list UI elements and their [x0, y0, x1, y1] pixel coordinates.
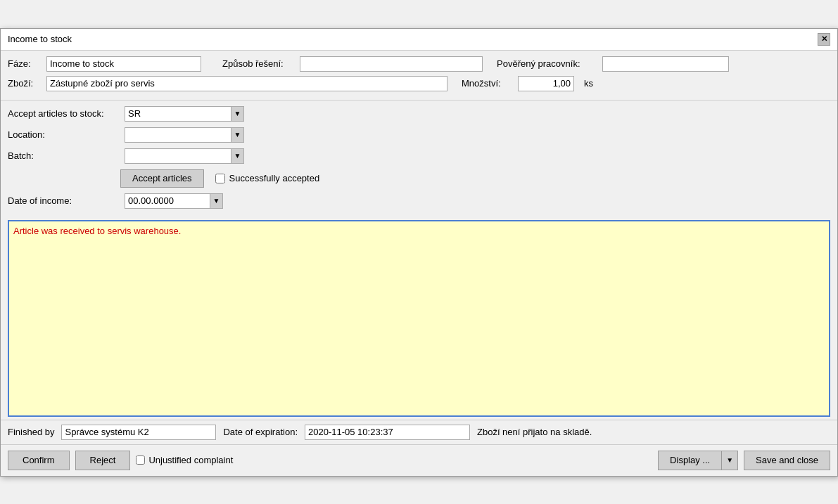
finished-by-label: Finished by: [8, 427, 54, 437]
unjustified-complaint-row: Unjustified complaint: [136, 455, 233, 465]
successfully-accepted-checkbox[interactable]: [215, 174, 225, 183]
ks-label: ks: [584, 78, 593, 89]
faze-label: Fáze:: [8, 58, 39, 69]
close-button[interactable]: ✕: [818, 33, 830, 46]
finished-by-input[interactable]: [61, 425, 216, 440]
successfully-accepted-row: Successfully accepted: [215, 173, 320, 183]
location-select-value: [125, 134, 231, 136]
accept-btn-row: Accept articles Successfully accepted: [8, 169, 830, 188]
text-area-section[interactable]: Article was received to servis warehouse…: [8, 220, 830, 417]
unjustified-complaint-label: Unjustified complaint: [148, 455, 233, 465]
zbozi-row: Zboží: Množství: ks: [8, 76, 830, 91]
title-bar: Income to stock ✕: [1, 29, 837, 51]
accept-dropdown-arrow[interactable]: ▼: [231, 107, 243, 121]
zpusob-label: Způsob řešení:: [222, 58, 293, 69]
date-expiry-input[interactable]: [305, 425, 470, 440]
date-income-label: Date of income:: [8, 195, 120, 206]
footer-right: Display ... ▼ Save and close: [658, 451, 830, 470]
accept-articles-button[interactable]: Accept articles: [120, 169, 204, 188]
povereny-label: Pověřený pracovník:: [497, 58, 595, 69]
zpusob-input[interactable]: [300, 56, 483, 72]
faze-row: Fáze: Způsob řešení: Pověřený pracovník:: [8, 56, 830, 72]
batch-select[interactable]: ▼: [125, 148, 244, 164]
accept-row: Accept articles to stock: SR ▼: [8, 106, 830, 122]
mnozstvi-label: Množství:: [462, 78, 511, 89]
successfully-accepted-label: Successfully accepted: [229, 173, 320, 183]
accept-select[interactable]: SR ▼: [125, 106, 244, 122]
zbozi-input[interactable]: [46, 76, 447, 91]
header-section: Fáze: Způsob řešení: Pověřený pracovník:…: [1, 51, 837, 101]
status-bar: Finished by Date of expiration: Zboží ne…: [1, 420, 837, 444]
save-close-button[interactable]: Save and close: [744, 451, 830, 470]
date-income-value: 00.00.0000: [125, 195, 210, 207]
footer-bar: Confirm Reject Unjustified complaint Dis…: [1, 444, 837, 476]
povereny-input[interactable]: [602, 56, 729, 72]
batch-dropdown-arrow[interactable]: ▼: [231, 149, 243, 163]
close-icon: ✕: [821, 34, 827, 44]
date-income-select[interactable]: 00.00.0000 ▼: [125, 193, 223, 209]
location-row: Location: ▼: [8, 127, 830, 143]
mnozstvi-input[interactable]: [518, 76, 574, 91]
batch-label: Batch:: [8, 150, 120, 161]
faze-input[interactable]: [46, 56, 201, 72]
date-expiry-label: Date of expiration:: [223, 427, 298, 437]
display-button[interactable]: Display ...: [658, 451, 721, 470]
date-dropdown-arrow[interactable]: ▼: [210, 194, 222, 208]
location-select[interactable]: ▼: [125, 127, 244, 143]
confirm-button[interactable]: Confirm: [8, 451, 70, 470]
dialog-title: Income to stock: [8, 34, 72, 44]
reject-button[interactable]: Reject: [75, 451, 131, 470]
unjustified-complaint-checkbox[interactable]: [136, 455, 145, 465]
text-area-content: Article was received to servis warehouse…: [13, 226, 825, 236]
date-row: Date of income: 00.00.0000 ▼: [8, 193, 830, 209]
zbozi-label: Zboží:: [8, 78, 39, 89]
batch-row: Batch: ▼: [8, 148, 830, 164]
location-label: Location:: [8, 129, 120, 140]
location-dropdown-arrow[interactable]: ▼: [231, 128, 243, 142]
main-dialog: Income to stock ✕ Fáze: Způsob řešení: P…: [0, 28, 838, 477]
form-section: Accept articles to stock: SR ▼ Location:…: [1, 101, 837, 217]
status-text: Zboží není přijato na skladě.: [477, 427, 830, 437]
accept-select-value: SR: [125, 108, 231, 119]
accept-label: Accept articles to stock:: [8, 108, 120, 119]
batch-select-value: [125, 155, 231, 157]
display-dropdown-arrow[interactable]: ▼: [721, 451, 738, 470]
